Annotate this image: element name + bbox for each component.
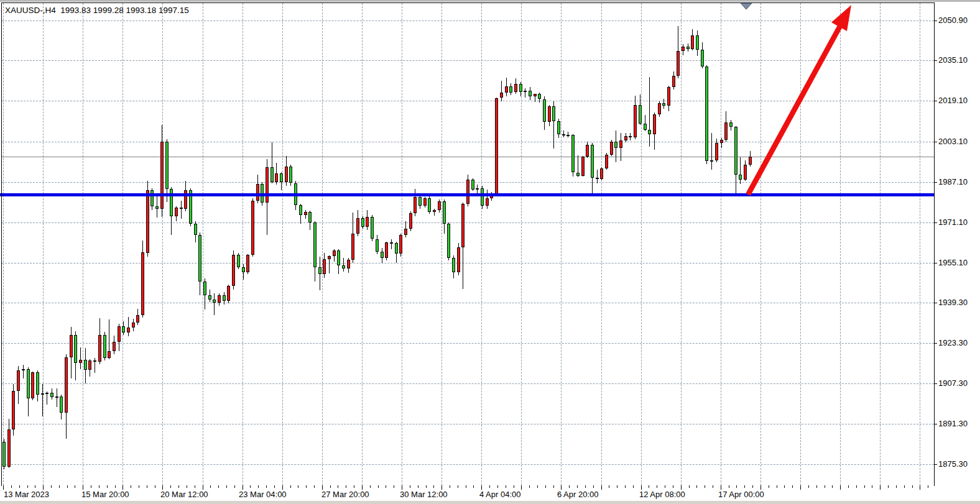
candle-bull [12, 391, 15, 429]
candle-bear [223, 295, 226, 301]
x-axis-minor-tick [744, 485, 745, 488]
x-axis-minor-tick [729, 485, 729, 488]
candle-bear [571, 135, 575, 172]
candle-bull [127, 328, 130, 332]
candle-bear [27, 369, 30, 398]
candle-bull [70, 335, 73, 358]
candle-bull [146, 190, 149, 253]
price-axis[interactable]: 2050.902035.102019.102003.101987.101971.… [935, 2, 980, 501]
x-axis-minor-tick [75, 485, 75, 488]
vertical-gridline [920, 3, 920, 485]
candle-bear [452, 258, 455, 273]
candle-bull [423, 198, 427, 206]
vertical-gridline [322, 3, 323, 485]
x-axis-minor-tick [19, 485, 20, 488]
x-axis-minor-tick [577, 485, 578, 488]
candle-bull [132, 323, 135, 328]
y-axis-label: 2019.10 [938, 96, 978, 106]
candle-bear [376, 239, 379, 252]
x-axis-minor-tick [418, 485, 418, 488]
y-axis-tick [934, 383, 937, 384]
horizontal-gridline [2, 343, 934, 344]
x-axis-major-tick [322, 485, 323, 490]
x-axis-minor-tick [665, 485, 665, 488]
close-value: 1997.15 [159, 6, 189, 15]
candle-bull [65, 357, 68, 413]
candle-wick [525, 88, 525, 97]
candle-bear [576, 173, 580, 176]
x-axis-label: 4 Apr 04:00 [479, 490, 521, 500]
candle-bear [194, 224, 197, 235]
candle-bull [466, 180, 469, 204]
candle-bull [476, 188, 479, 190]
candle-bear [213, 300, 216, 303]
horizontal-gridline [2, 383, 934, 384]
candle-bull [710, 160, 713, 162]
x-axis-label: 20 Mar 12:00 [160, 490, 208, 500]
window-top-edge [0, 0, 980, 2]
x-axis-minor-tick [673, 485, 673, 488]
candle-bull [566, 135, 570, 136]
x-axis-label: 23 Mar 04:00 [239, 490, 287, 500]
candle-bear [543, 99, 546, 122]
candle-bull [653, 114, 656, 135]
y-axis-tick [934, 222, 937, 223]
vertical-gridline [521, 3, 522, 485]
candle-bull [433, 210, 436, 212]
x-axis-minor-tick [912, 485, 913, 488]
candle-bear [381, 252, 384, 258]
x-axis-minor-tick [752, 485, 753, 488]
x-axis-minor-tick [330, 485, 331, 488]
x-axis-minor-tick [234, 485, 235, 488]
x-axis-major-tick [760, 485, 761, 490]
x-axis-major-tick [203, 485, 203, 490]
x-axis-minor-tick [450, 485, 450, 488]
time-axis[interactable]: 13 Mar 202315 Mar 20:0020 Mar 12:0023 Ma… [0, 486, 980, 501]
x-axis-major-tick [920, 485, 920, 490]
candle-bull [438, 201, 441, 210]
candle-bull [677, 51, 680, 76]
candle-bull [22, 369, 25, 370]
candle-bear [701, 50, 704, 66]
candle-bear [443, 201, 446, 223]
candle-bear [686, 47, 690, 49]
y-axis-tick [934, 303, 937, 303]
candle-bear [696, 35, 699, 50]
x-axis-minor-tick [832, 485, 833, 488]
x-axis-minor-tick [107, 485, 108, 488]
x-axis-minor-tick [298, 485, 298, 488]
y-axis-label: 1923.30 [938, 338, 978, 348]
candle-bear [390, 242, 393, 244]
candle-bear [299, 205, 302, 216]
candle-bull [610, 142, 613, 155]
x-axis-minor-tick [354, 485, 354, 488]
candle-bull [98, 335, 101, 362]
candle-bull [141, 252, 144, 315]
y-axis-label: 1875.30 [938, 459, 978, 469]
symbol-period-label: XAUUSD-,H4 [5, 6, 56, 15]
x-axis-major-tick [681, 485, 682, 490]
candle-bear [165, 142, 169, 190]
candle-bear [36, 372, 39, 395]
x-axis-minor-tick [99, 485, 99, 488]
vertical-gridline [760, 3, 761, 485]
horizontal-gridline [2, 222, 934, 223]
x-axis-minor-tick [545, 485, 546, 488]
x-axis-minor-tick [466, 485, 466, 488]
candle-bull [744, 165, 747, 180]
candle-bull [351, 234, 354, 260]
candle-bear [203, 282, 206, 295]
candle-bull [457, 247, 460, 272]
candle-bull [667, 87, 670, 106]
candle-wick [181, 201, 182, 219]
candle-bull [404, 229, 407, 235]
candle-bear [509, 86, 512, 92]
candle-bear [342, 265, 345, 269]
chart-plot-area[interactable] [0, 0, 980, 504]
x-axis-major-tick [162, 485, 163, 490]
candle-bull [136, 315, 139, 323]
vertical-gridline [362, 3, 363, 485]
chart-ohlc-header: XAUUSD-,H4 1993.83 1999.28 1993.18 1997.… [5, 6, 189, 15]
y-axis-label: 1891.30 [938, 419, 978, 429]
horizontal-gridline [2, 464, 934, 465]
